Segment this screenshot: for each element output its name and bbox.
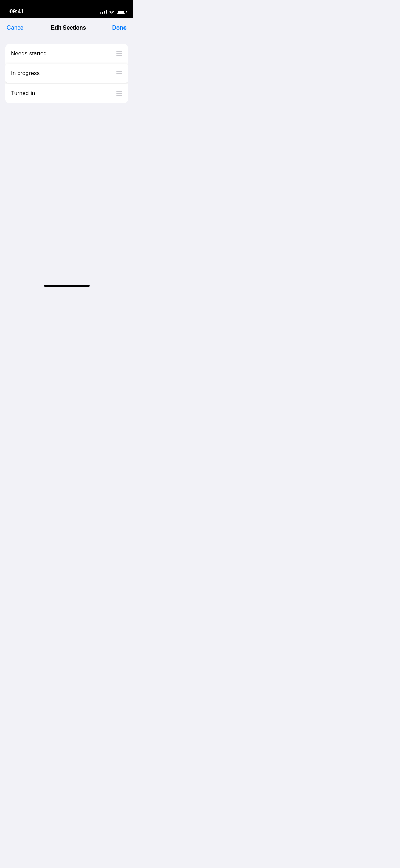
status-bar: 09:41 — [0, 0, 133, 18]
section-label-needs-started: Needs started — [11, 50, 47, 57]
battery-icon — [117, 10, 125, 14]
section-label-turned-in: Turned in — [11, 90, 35, 97]
section-label-in-progress: In progress — [11, 70, 40, 77]
main-content: Cancel Edit Sections Done Needs started … — [0, 18, 133, 289]
drag-handle-turned-in[interactable] — [116, 91, 122, 96]
sections-list: Needs started In progress Turned in — [5, 44, 128, 103]
drag-handle-in-progress[interactable] — [116, 71, 122, 75]
drag-handle-needs-started[interactable] — [116, 51, 122, 56]
section-item-turned-in: Turned in — [5, 84, 128, 103]
done-button[interactable]: Done — [112, 22, 127, 34]
status-time: 09:41 — [9, 8, 24, 15]
page-title: Edit Sections — [51, 24, 86, 31]
nav-bar: Cancel Edit Sections Done — [0, 18, 133, 37]
status-icons — [100, 10, 125, 14]
signal-icon — [100, 10, 107, 14]
section-item-needs-started: Needs started — [5, 44, 128, 63]
home-indicator — [44, 285, 90, 287]
wifi-icon — [109, 10, 114, 14]
section-item-in-progress: In progress — [5, 64, 128, 83]
cancel-button[interactable]: Cancel — [7, 22, 25, 34]
